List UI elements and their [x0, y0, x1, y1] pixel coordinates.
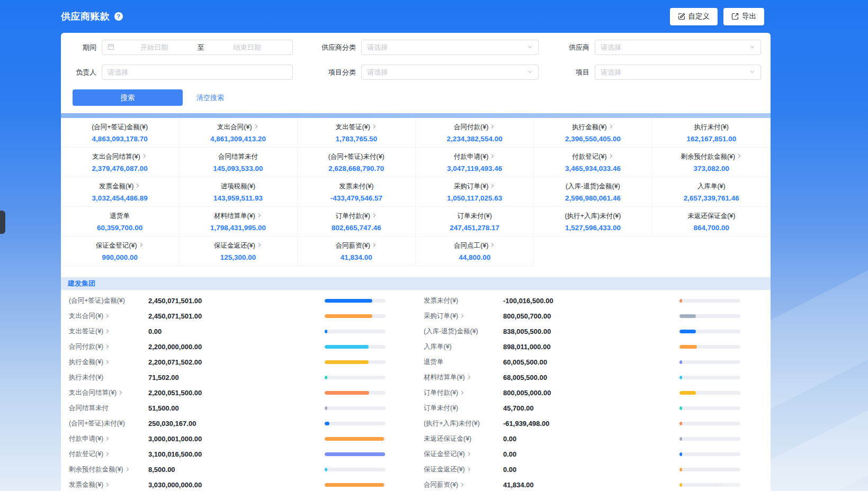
- summary-cell[interactable]: 未返还保证金(¥) 864,700.00: [652, 207, 771, 237]
- metric-label: 剩余预付款金额(¥): [69, 465, 123, 474]
- summary-value: 2,379,476,087.00: [92, 165, 148, 172]
- metric-row[interactable]: 订单付款(¥) 800,005,000.00: [416, 385, 771, 401]
- metric-row[interactable]: 发票金额(¥) 3,030,000,000.00: [61, 477, 416, 491]
- metric-row[interactable]: 采购订单(¥) 800,050,700.00: [416, 308, 771, 324]
- summary-cell[interactable]: 订单付款(¥) 802,665,747.46: [298, 207, 416, 237]
- summary-cell[interactable]: 付款登记(¥) 3,465,934,033.46: [534, 148, 652, 177]
- metric-row[interactable]: 支出合同(¥) 2,450,071,501.00: [61, 308, 416, 324]
- metric-row[interactable]: 支出签证(¥) 0.00: [61, 324, 416, 339]
- summary-cell[interactable]: 保证金返还(¥) 125,300.00: [179, 237, 297, 266]
- summary-cell[interactable]: 发票未付(¥) -433,479,546.57: [298, 177, 416, 207]
- summary-cell[interactable]: 合同点工(¥) 44,800.00: [416, 237, 534, 266]
- metric-row[interactable]: 合同结算未付 51,500.00: [61, 401, 416, 416]
- date-range-input[interactable]: 开始日期 至 结束日期: [102, 40, 293, 55]
- metric-row[interactable]: 退货单 60,005,500.00: [416, 354, 771, 370]
- export-button[interactable]: 导出: [723, 8, 764, 25]
- company-name[interactable]: 建发集团: [68, 279, 95, 288]
- help-icon[interactable]: ?: [114, 12, 123, 21]
- summary-cell[interactable]: 剩余预付款金额(¥) 373,082.00: [652, 148, 771, 177]
- summary-cell[interactable]: 退货单 60,359,700.00: [61, 207, 179, 237]
- summary-cell[interactable]: 合同付款(¥) 2,234,382,554.00: [416, 118, 534, 148]
- supplier-select[interactable]: 请选择: [595, 40, 761, 55]
- metric-row[interactable]: 保证金登记(¥) 0.00: [416, 447, 771, 462]
- metric-label: (合同+签证)金额(¥): [69, 296, 125, 305]
- clear-search-link[interactable]: 清空搜索: [196, 93, 224, 103]
- metric-row[interactable]: 合同薪资(¥) 41,834.00: [416, 477, 771, 491]
- chevron-right-icon: [105, 343, 110, 351]
- chevron-right-icon: [490, 153, 495, 160]
- metric-progress-bar: [679, 345, 740, 349]
- metric-row[interactable]: 付款申请(¥) 3,000,001,000.00: [61, 431, 416, 447]
- metric-value: 45,700.00: [503, 404, 679, 412]
- metric-row[interactable]: 合同付款(¥) 2,200,000,000.00: [61, 339, 416, 354]
- summary-cell[interactable]: 合同结算未付 145,093,533.00: [179, 148, 297, 177]
- chevron-down-icon: [527, 68, 533, 76]
- summary-cell[interactable]: 进项税额(¥) 143,959,511.93: [179, 177, 297, 207]
- summary-cell[interactable]: (执行+入库)未付(¥) 1,527,596,433.00: [534, 207, 652, 237]
- project-select[interactable]: 请选择: [595, 65, 761, 80]
- summary-cell[interactable]: 支出签证(¥) 1,783,765.50: [298, 118, 416, 148]
- search-button[interactable]: 搜索: [73, 89, 183, 106]
- metric-row[interactable]: 未返还保证金(¥) 0.00: [416, 431, 771, 447]
- metric-row[interactable]: 支出合同结算(¥) 2,200,051,500.00: [61, 385, 416, 401]
- metric-value: 898,011,000.00: [503, 343, 679, 351]
- customize-button[interactable]: 自定义: [670, 8, 718, 25]
- chevron-right-icon: [135, 183, 140, 190]
- chevron-right-icon: [139, 242, 144, 249]
- chevron-right-icon: [257, 212, 262, 220]
- summary-cell[interactable]: 订单未付(¥) 247,451,278.17: [416, 207, 534, 237]
- supplier-category-select[interactable]: 请选择: [361, 40, 539, 55]
- summary-cell[interactable]: 采购订单(¥) 1,050,117,025.63: [416, 177, 534, 207]
- metric-row[interactable]: 发票未付(¥) -100,016,500.00: [416, 293, 771, 308]
- metric-row[interactable]: 执行未付(¥) 71,502.00: [61, 370, 416, 385]
- metric-row[interactable]: 入库单(¥) 898,011,000.00: [416, 339, 771, 354]
- metric-value: -100,016,500.00: [503, 297, 679, 305]
- metric-value: 800,005,000.00: [503, 389, 679, 397]
- summary-cell[interactable]: 执行金额(¥) 2,396,550,405.00: [534, 118, 652, 148]
- summary-value: 2,657,339,761.46: [684, 194, 739, 202]
- metric-row[interactable]: 材料结算单(¥) 68,005,500.00: [416, 370, 771, 385]
- summary-cell[interactable]: 入库单(¥) 2,657,339,761.46: [652, 177, 771, 207]
- end-date-placeholder: 结束日期: [208, 43, 288, 52]
- metric-progress-bar: [325, 422, 386, 425]
- metric-row[interactable]: (合同+签证)金额(¥) 2,450,071,501.00: [61, 293, 416, 308]
- metric-row[interactable]: 付款登记(¥) 3,100,016,500.00: [61, 447, 416, 462]
- metric-value: 71,502.00: [148, 374, 325, 381]
- metric-row[interactable]: 订单未付(¥) 45,700.00: [416, 401, 771, 416]
- project-category-select[interactable]: 请选择: [361, 65, 539, 80]
- edit-square-icon: [678, 13, 685, 20]
- chevron-down-icon: [749, 43, 755, 51]
- summary-cell[interactable]: 发票金额(¥) 3,032,454,486.89: [61, 177, 179, 207]
- metric-label: 发票金额(¥): [69, 480, 103, 489]
- summary-cell[interactable]: 保证金登记(¥) 990,000.00: [61, 237, 179, 266]
- metric-progress-bar: [679, 452, 740, 456]
- summary-label: 发票未付(¥): [339, 182, 373, 191]
- summary-cell[interactable]: 支出合同结算(¥) 2,379,476,087.00: [61, 148, 179, 177]
- summary-cell[interactable]: (合同+签证)金额(¥) 4,863,093,178.70: [61, 118, 179, 148]
- summary-cell[interactable]: 执行未付(¥) 162,167,851.00: [652, 118, 771, 148]
- summary-cell[interactable]: 支出合同(¥) 4,861,309,413.20: [179, 118, 297, 148]
- summary-cell[interactable]: 合同薪资(¥) 41,834.00: [298, 237, 416, 266]
- summary-grid: (合同+签证)金额(¥) 4,863,093,178.70 支出合同(¥): [61, 118, 771, 266]
- metric-row[interactable]: 执行金额(¥) 2,200,071,502.00: [61, 354, 416, 370]
- metric-row[interactable]: (执行+入库)未付(¥) -61,939,498.00: [416, 416, 771, 431]
- summary-value: 990,000.00: [102, 253, 138, 261]
- summary-value: 1,798,431,995.00: [210, 224, 266, 232]
- summary-cell[interactable]: (合同+签证)未付(¥) 2,628,668,790.70: [298, 148, 416, 177]
- summary-cell[interactable]: 付款申请(¥) 3,047,119,493.46: [416, 148, 534, 177]
- metric-value: 51,500.00: [148, 404, 325, 412]
- side-panel-handle[interactable]: [0, 211, 5, 234]
- summary-value: 3,032,454,486.89: [92, 194, 148, 202]
- metric-label: 保证金返还(¥): [424, 465, 465, 474]
- metric-value: 2,200,000,000.00: [148, 343, 325, 351]
- metric-row[interactable]: (合同+签证)未付(¥) 250,030,167.00: [61, 416, 416, 431]
- metric-row[interactable]: 剩余预付款金额(¥) 8,500.00: [61, 462, 416, 477]
- metric-label: 订单付款(¥): [424, 388, 458, 397]
- summary-cell[interactable]: (入库-退货)金额(¥) 2,596,980,061.46: [534, 177, 652, 207]
- metric-label: 执行未付(¥): [69, 373, 103, 382]
- summary-cell[interactable]: 材料结算单(¥) 1,798,431,995.00: [179, 207, 297, 237]
- owner-select[interactable]: 请选择: [102, 65, 293, 80]
- metric-row[interactable]: (入库-退货)金额(¥) 838,005,500.00: [416, 324, 771, 339]
- metric-row[interactable]: 保证金返还(¥) 0.00: [416, 462, 771, 477]
- summary-label: 付款申请(¥): [454, 152, 488, 161]
